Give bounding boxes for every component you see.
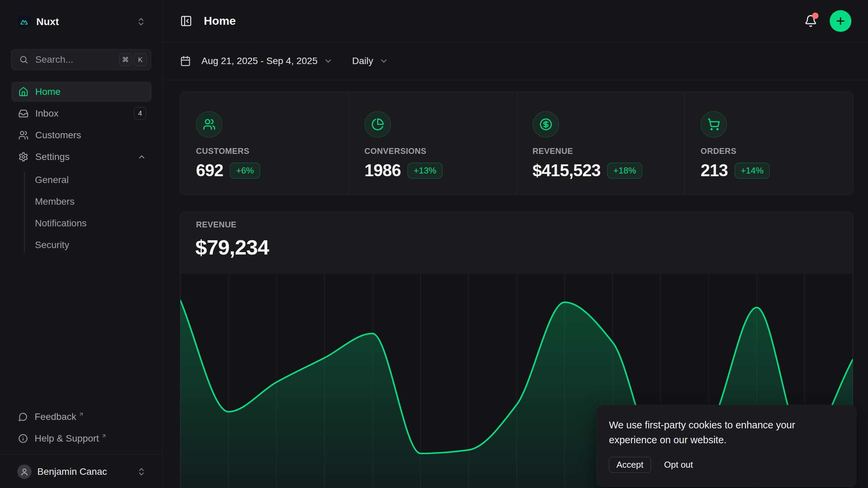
stat-delta-badge: +18% [607, 163, 642, 179]
sidebar-item-label: Home [35, 86, 146, 97]
revenue-chart-label: REVENUE [196, 220, 237, 229]
stat-value: 692 [196, 161, 223, 180]
shopping-cart-icon [701, 111, 727, 138]
circle-dollar-icon [533, 111, 559, 138]
filter-toolbar: Aug 21, 2025 - Sep 4, 2025 Daily [163, 42, 868, 80]
home-icon [18, 87, 28, 97]
sidebar-item-label: Settings [35, 151, 137, 162]
search-placeholder: Search... [35, 54, 117, 65]
page-title: Home [204, 14, 804, 27]
calendar-icon [180, 56, 191, 66]
sidebar-item-members[interactable]: Members [35, 191, 152, 211]
subnav-item-label: Members [35, 196, 75, 207]
kbd-k: K [134, 53, 147, 66]
pie-chart-icon [364, 111, 391, 138]
chevron-down-icon [323, 56, 333, 66]
subnav-item-label: Notifications [35, 218, 87, 229]
inbox-count-badge: 4 [134, 107, 146, 120]
stat-delta-badge: +14% [735, 163, 770, 179]
subnav-guide-line [24, 172, 25, 253]
stat-value: $415,523 [533, 161, 601, 180]
chevrons-up-down-icon [137, 467, 146, 476]
sidebar-item-label: Inbox [35, 108, 134, 119]
app-root: Nuxt Search... ⌘ K Home [0, 0, 868, 488]
page-header: Home [163, 0, 868, 42]
accept-button[interactable]: Accept [609, 457, 651, 473]
users-icon [196, 111, 222, 138]
stat-card-revenue: REVENUE $415,523 +18% [517, 92, 685, 195]
feedback-link[interactable]: Feedback [11, 407, 152, 427]
opt-out-button[interactable]: Opt out [664, 460, 693, 470]
gear-icon [18, 152, 28, 162]
cookie-actions: Accept Opt out [609, 457, 844, 473]
search-input[interactable]: Search... ⌘ K [11, 49, 151, 70]
stat-delta-badge: +6% [230, 163, 260, 179]
granularity-label: Daily [352, 56, 373, 66]
chevron-up-icon [137, 152, 146, 161]
sidebar-item-label: Customers [35, 130, 146, 141]
arrow-up-right-icon [101, 433, 107, 439]
arrow-up-right-icon [78, 411, 84, 417]
stat-value: 213 [701, 161, 728, 180]
kbd-meta: ⌘ [119, 53, 132, 66]
sidebar-item-security[interactable]: Security [35, 235, 152, 255]
sidebar: Nuxt Search... ⌘ K Home [0, 0, 163, 488]
stats-row: CUSTOMERS 692 +6% CONVERSIONS 1986 +13% [180, 92, 853, 195]
cookie-banner: We use first-party cookies to enhance yo… [596, 405, 856, 487]
sidebar-footer-links: Feedback Help & Support [11, 407, 152, 449]
sidebar-nav: Home Inbox 4 C [11, 82, 152, 255]
users-icon [18, 130, 28, 140]
sidebar-item-general[interactable]: General [35, 170, 152, 190]
notification-dot [812, 13, 818, 19]
stat-label: CONVERSIONS [364, 146, 517, 156]
footer-link-label: Feedback [35, 411, 76, 422]
subnav-item-label: General [35, 175, 69, 185]
stat-card-customers: CUSTOMERS 692 +6% [180, 92, 349, 195]
granularity-select[interactable]: Daily [352, 56, 389, 66]
sidebar-divider [0, 454, 163, 455]
stat-delta-badge: +13% [408, 163, 442, 179]
workspace-name: Nuxt [36, 16, 136, 27]
chevron-down-icon [379, 56, 389, 66]
workspace-selector[interactable]: Nuxt [17, 14, 146, 30]
sidebar-item-notifications[interactable]: Notifications [35, 213, 152, 233]
stat-label: ORDERS [701, 146, 853, 156]
stat-label: REVENUE [533, 146, 685, 156]
search-icon [19, 55, 28, 64]
sidebar-item-settings[interactable]: Settings [11, 147, 152, 167]
sidebar-item-customers[interactable]: Customers [11, 125, 152, 145]
info-circle-icon [18, 434, 28, 443]
subnav-item-label: Security [35, 240, 69, 250]
stat-value: 1986 [364, 161, 401, 180]
collapse-sidebar-button[interactable] [180, 15, 192, 27]
footer-link-label: Help & Support [35, 433, 99, 444]
chevrons-up-down-icon [136, 17, 146, 26]
cookie-message: We use first-party cookies to enhance yo… [609, 418, 826, 447]
add-button[interactable] [830, 10, 851, 32]
user-menu[interactable]: Benjamin Canac [11, 460, 152, 483]
sidebar-item-home[interactable]: Home [11, 82, 152, 102]
revenue-chart-value: $79,234 [195, 235, 269, 259]
date-range-picker[interactable]: Aug 21, 2025 - Sep 4, 2025 [180, 56, 333, 66]
nuxt-logo-icon [17, 15, 31, 29]
settings-subnav: General Members Notifications Security [11, 170, 152, 255]
avatar [17, 465, 32, 479]
message-circle-icon [18, 412, 28, 422]
user-name: Benjamin Canac [37, 466, 137, 477]
notifications-button[interactable] [804, 15, 817, 27]
stat-card-conversions: CONVERSIONS 1986 +13% [349, 92, 517, 195]
sidebar-item-inbox[interactable]: Inbox 4 [11, 103, 152, 123]
stat-label: CUSTOMERS [196, 146, 349, 156]
inbox-icon [18, 108, 28, 119]
stat-card-orders: ORDERS 213 +14% [685, 92, 853, 195]
help-support-link[interactable]: Help & Support [11, 428, 152, 449]
date-range-label: Aug 21, 2025 - Sep 4, 2025 [201, 56, 318, 66]
